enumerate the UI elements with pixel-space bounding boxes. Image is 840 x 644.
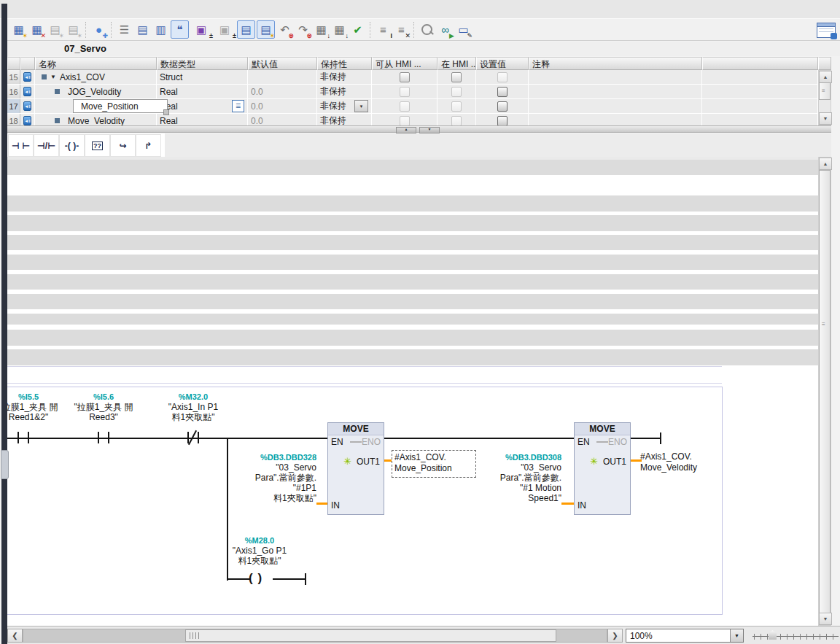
open-branch-button[interactable]: ↪ [110, 134, 136, 157]
insert-open-contact-button[interactable]: ⊣ ⊢ [8, 134, 34, 157]
upload-from-device-icon[interactable]: ▣± [214, 21, 236, 38]
header-retain[interactable]: 保持性 [317, 57, 372, 70]
en-pin[interactable]: EN [331, 437, 343, 447]
add-object-icon[interactable]: ●✚ [90, 21, 107, 38]
table-row[interactable]: 16 ◄‖ JOG_Velodity Real 0.0 非保持 [7, 85, 831, 99]
expand-members-icon[interactable]: ☰ [116, 21, 133, 38]
splitter-collapse-up-button[interactable]: ▲ [396, 127, 416, 133]
coil-operand[interactable]: %M28.0 "Axis1_Go P1 料1夾取點" [212, 535, 307, 566]
eno-pin[interactable]: ENO [608, 437, 627, 447]
hide-operand-info-icon[interactable]: ≡✕ [393, 21, 410, 38]
out1-pin[interactable]: OUT1 [603, 457, 626, 467]
out-add-icon[interactable]: ✳ [590, 456, 598, 467]
scrollbar-thumb[interactable]: ≡ [819, 170, 831, 614]
download-to-hmi-icon[interactable]: ▣± [190, 21, 212, 38]
scroll-up-button[interactable]: ▲ [819, 71, 832, 83]
scroll-right-button[interactable]: ❯ [607, 629, 623, 643]
network-canvas[interactable]: %I5.5 "拉膜1_夹具 開 Reed1&2" %I5.6 "拉膜1_夹具 開… [7, 387, 723, 615]
split-editor-space-icon[interactable] [817, 23, 836, 38]
cell-comment[interactable] [529, 99, 702, 113]
slider-thumb[interactable] [769, 630, 777, 640]
cell-retain[interactable]: 非保持 [317, 85, 372, 98]
expanded-mode-icon[interactable]: ▤ [237, 20, 255, 39]
type-browse-button[interactable]: ☰ [232, 100, 244, 112]
table-scrollbar[interactable]: ▲ ≡ ▼ [818, 70, 831, 125]
insert-closed-contact-button[interactable]: ⊣/⊢ [34, 134, 59, 157]
header-icon[interactable] [20, 57, 35, 70]
hmi-accessible-checkbox[interactable] [400, 87, 410, 97]
collapsed-network-row[interactable] [7, 274, 818, 290]
cell-retain[interactable]: 非保持▼ [317, 99, 372, 113]
collapsed-network-row[interactable] [7, 294, 818, 309]
zoom-select[interactable]: 100% ▼ [626, 629, 744, 643]
input-operand[interactable]: %DB3.DBD308 "03_Servo Para".當前參數. "#1 Mo… [459, 452, 561, 503]
cell-default-value[interactable]: 0.0 [248, 85, 317, 98]
collapsed-network-row[interactable] [7, 195, 818, 212]
cell-name[interactable]: ▼Axis1_COV [35, 70, 157, 84]
expand-caret-icon[interactable]: ▼ [50, 74, 56, 80]
hmi-accessible-checkbox[interactable] [400, 72, 410, 82]
scroll-down-button[interactable]: ▼ [819, 613, 832, 625]
scroll-up-button[interactable]: ▲ [819, 158, 832, 170]
collapsed-network-row[interactable] [7, 215, 818, 231]
consistency-check-icon[interactable]: ✔ [349, 21, 366, 38]
table-editor-splitter[interactable]: ▲ ▼ [7, 125, 831, 133]
collapsed-network-row[interactable] [7, 160, 818, 175]
out-add-icon[interactable]: ✳ [343, 456, 351, 467]
setpoint-checkbox[interactable] [497, 87, 508, 97]
undo-network-icon[interactable]: ↶⊗ [276, 21, 293, 38]
collapsed-network-row[interactable] [7, 235, 818, 250]
cell-data-type[interactable]: Struct [157, 70, 248, 84]
find-replace-icon[interactable] [419, 21, 435, 38]
cell-default-value[interactable]: 0.0 [248, 99, 317, 113]
insert-empty-box-button[interactable]: ?? [85, 134, 110, 157]
hmi-accessible-checkbox[interactable] [400, 116, 410, 126]
splitter-collapse-down-button[interactable]: ▼ [419, 127, 440, 133]
in-pin[interactable]: IN [331, 500, 340, 511]
header-data-type[interactable]: 数据类型 [157, 57, 248, 70]
copy-snapshot-icon[interactable]: ▦↓ [331, 21, 348, 38]
horizontal-scrollbar[interactable] [23, 629, 607, 643]
retain-dropdown-button[interactable]: ▼ [354, 100, 368, 112]
collapsed-network-row[interactable] [7, 255, 818, 270]
output-operand[interactable]: #Axis1_COV. Move_Velodity [640, 451, 728, 473]
row-number[interactable]: 16 [7, 85, 20, 98]
hmi-visible-checkbox[interactable] [451, 116, 462, 126]
cell-comment[interactable] [529, 70, 702, 84]
cell-name[interactable]: JOG_Velodity [35, 85, 157, 98]
collapsed-network-row[interactable] [7, 330, 818, 346]
favorites-mode-icon[interactable]: ▤✶ [257, 20, 275, 39]
insert-coil-button[interactable]: -( )- [59, 134, 85, 157]
hmi-visible-checkbox[interactable] [451, 101, 462, 112]
editor-scrollbar[interactable]: ▲ ≡ ▼ [818, 157, 831, 626]
redo-network-icon[interactable]: ↷⊗ [295, 21, 311, 38]
show-operand-info-icon[interactable]: ≡I [375, 21, 392, 38]
cell-default-value[interactable] [248, 70, 317, 84]
cell-comment[interactable] [529, 85, 702, 98]
header-hmi-visible[interactable]: 在 HMI ... [438, 57, 476, 70]
comment-icon[interactable]: ❝ [171, 20, 189, 39]
eno-pin[interactable]: ENO [362, 437, 381, 447]
in-pin[interactable]: IN [578, 500, 586, 511]
zoom-slider[interactable] [752, 629, 840, 643]
open-editor-icon[interactable]: ▭✎ [455, 21, 472, 38]
setpoint-checkbox[interactable] [497, 116, 508, 126]
insert-row-above-icon[interactable]: ▤✶ [47, 21, 63, 38]
scrollbar-thumb[interactable] [185, 629, 556, 642]
cell-data-type[interactable]: Real [157, 85, 248, 98]
scroll-left-button[interactable]: ❮ [7, 629, 23, 643]
sidebar-collapsed-tab[interactable] [1, 450, 9, 479]
setpoint-checkbox[interactable] [497, 72, 508, 82]
monitoring-icon[interactable]: ∞▶ [437, 21, 454, 38]
input-operand[interactable]: %DB3.DBD328 "03_Servo Para".當前參數. "#1P1 … [214, 452, 316, 503]
header-rownum[interactable] [7, 57, 20, 70]
load-snapshot-icon[interactable]: ▦↓ [313, 21, 330, 38]
header-default-value[interactable]: 默认值 [248, 57, 317, 70]
chevron-down-icon[interactable]: ▼ [730, 629, 743, 642]
collapsed-network-row[interactable] [7, 349, 818, 365]
out1-pin[interactable]: OUT1 [357, 457, 380, 467]
row-number[interactable]: 17 [7, 99, 20, 113]
delete-row-icon[interactable]: ▦✕ [28, 21, 45, 38]
contact-operand[interactable]: %I5.6 "拉膜1_夹具 開 Reed3" [52, 392, 155, 422]
cell-data-type[interactable]: Real☰ [157, 99, 248, 113]
